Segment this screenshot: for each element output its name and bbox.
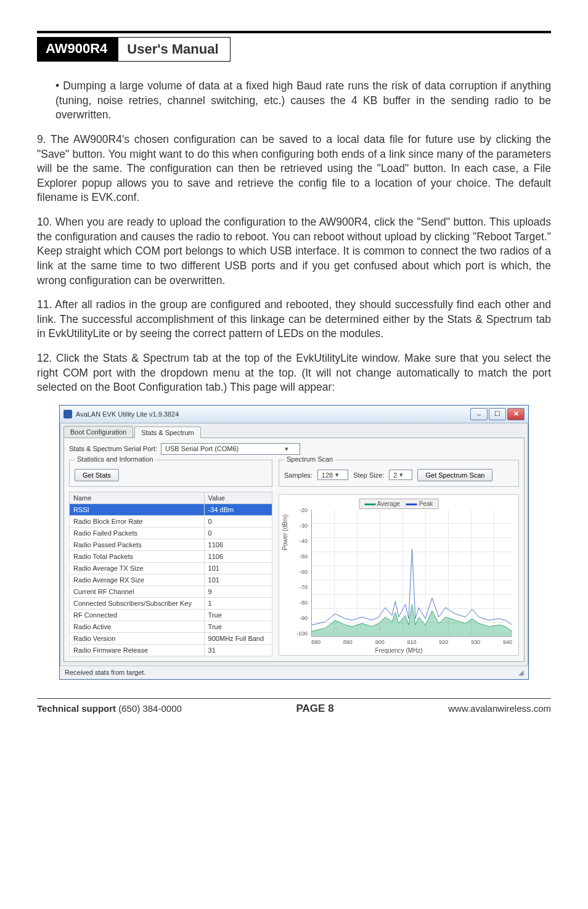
table-row[interactable]: Radio Failed Packets0 <box>70 527 272 539</box>
titlebar: AvaLAN EVK Utility Lite v1.9.3824 – ☐ ✕ <box>60 406 528 423</box>
table-row[interactable]: Radio Passed Packets1106 <box>70 539 272 550</box>
get-stats-button[interactable]: Get Stats <box>75 469 119 481</box>
footer-left: Technical support (650) 384-0000 <box>37 703 182 714</box>
doc-title: User's Manual <box>118 37 230 62</box>
samples-dropdown[interactable]: 128 <box>317 470 348 480</box>
app-window: AvaLAN EVK Utility Lite v1.9.3824 – ☐ ✕ … <box>59 405 529 680</box>
page-number: PAGE 8 <box>296 703 334 715</box>
window-title: AvaLAN EVK Utility Lite v1.9.3824 <box>76 410 179 418</box>
model-label: AW900R4 <box>37 37 118 62</box>
spectrum-chart: Average Peak Power (dBm) -20-30-40-50-60… <box>279 494 519 656</box>
header-bar: AW900R4 User's Manual <box>37 37 551 62</box>
x-axis-label: Frequency (MHz) <box>375 647 422 654</box>
col-name: Name <box>70 492 205 503</box>
app-icon <box>63 410 72 418</box>
status-text: Received stats from target. <box>65 669 145 677</box>
table-row[interactable]: Connected Subscribers/Subscriber Key1 <box>70 597 272 609</box>
table-row[interactable]: Radio ActiveTrue <box>70 621 272 632</box>
serial-port-dropdown[interactable]: USB Serial Port (COM6) <box>161 443 300 455</box>
table-row[interactable]: Radio Average TX Size101 <box>70 562 272 574</box>
footer-right: www.avalanwireless.com <box>448 703 551 714</box>
stats-table: Name Value RSSI-34 dBmRadio Block Error … <box>69 492 272 656</box>
step-size-dropdown[interactable]: 2 <box>389 470 412 480</box>
serial-port-label: Stats & Spectrum Serial Port: <box>69 445 157 452</box>
y-axis-label: Power (dBm) <box>282 515 288 550</box>
table-row[interactable]: Radio Total Packets1106 <box>70 550 272 562</box>
get-spectrum-scan-button[interactable]: Get Spectrum Scan <box>417 469 492 481</box>
tab-stats-spectrum[interactable]: Stats & Spectrum <box>134 426 201 438</box>
minimize-button[interactable]: – <box>470 408 488 420</box>
stats-group-title: Statistics and Information <box>75 455 156 463</box>
tab-boot-configuration[interactable]: Boot Configuration <box>63 426 133 438</box>
para-9: 9. The AW900R4's chosen configuration ca… <box>37 132 551 205</box>
spectrum-group-title: Spectrum Scan <box>284 455 335 463</box>
para-12: 12. Click the Stats & Spectrum tab at th… <box>37 351 551 395</box>
table-row[interactable]: Current RF Channel9 <box>70 585 272 597</box>
table-row[interactable]: Radio Version900MHz Full Band <box>70 632 272 644</box>
table-row[interactable]: Radio Block Error Rate0 <box>70 515 272 527</box>
page-footer: Technical support (650) 384-0000 PAGE 8 … <box>37 698 551 715</box>
para-10: 10. When you are ready to upload the con… <box>37 215 551 288</box>
table-row[interactable]: RSSI-34 dBm <box>70 503 272 515</box>
serial-port-value: USB Serial Port (COM6) <box>165 445 239 452</box>
table-row[interactable]: Radio Average RX Size101 <box>70 574 272 585</box>
para-11: 11. After all radios in the group are co… <box>37 298 551 341</box>
table-row[interactable]: Radio Firmware Release31 <box>70 644 272 656</box>
bullet-item: Dumping a large volume of data at a fixe… <box>55 79 551 123</box>
close-button[interactable]: ✕ <box>507 408 525 420</box>
chart-legend: Average Peak <box>359 499 439 509</box>
step-size-label: Step Size: <box>353 471 384 479</box>
samples-label: Samples: <box>284 471 312 479</box>
maximize-button[interactable]: ☐ <box>489 408 506 420</box>
table-row[interactable]: RF ConnectedTrue <box>70 609 272 621</box>
resize-grip-icon[interactable]: ◢ <box>518 669 523 677</box>
col-value: Value <box>204 492 272 503</box>
